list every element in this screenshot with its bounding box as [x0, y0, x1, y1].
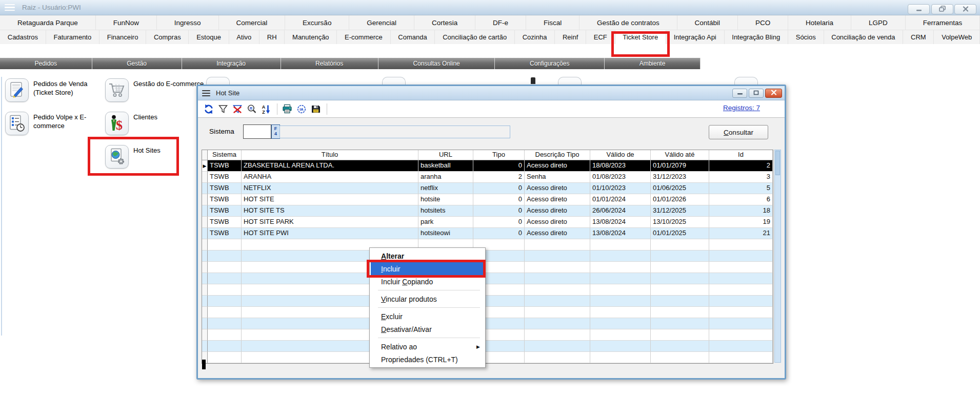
shortcut-clientes[interactable]: $Clientes — [105, 112, 205, 135]
menu-tab-compras[interactable]: Compras — [146, 30, 189, 44]
menu-tab-estoque[interactable]: Estoque — [189, 30, 229, 44]
refresh-icon[interactable] — [202, 102, 215, 115]
sort-az-icon[interactable]: AZ — [259, 102, 272, 115]
consultar-button[interactable]: Consultar — [709, 125, 768, 139]
vertical-scrollbar[interactable] — [774, 150, 781, 363]
column-header-id[interactable]: Id — [709, 150, 773, 160]
cell — [709, 273, 773, 284]
table-row[interactable]: TSWBHOT SITE PARKpark0Acesso direto13/08… — [202, 217, 773, 228]
restore-button[interactable] — [931, 4, 953, 14]
menu-tab-funnow[interactable]: FunNow — [96, 15, 157, 30]
menu-tab-crm[interactable]: CRM — [903, 30, 934, 44]
table-row[interactable]: TSWBNETFLIXnetflix0Acesso direto01/10/20… — [202, 183, 773, 194]
menu-tab-integracao-api[interactable]: Integração Api — [666, 30, 725, 44]
column-header-tipo[interactable]: Tipo — [473, 150, 525, 160]
module-button-gestao[interactable]: Gestão — [92, 58, 182, 69]
filter-icon[interactable] — [216, 102, 229, 115]
menu-tab-faturamento[interactable]: Faturamento — [46, 30, 99, 44]
ia-icon[interactable]: IA — [295, 102, 308, 115]
context-menu-item-incluir[interactable]: Incluir — [371, 262, 484, 275]
menu-tab-financeiro[interactable]: Financeiro — [99, 30, 146, 44]
menu-tab-retaguarda-parque[interactable]: Retaguarda Parque — [0, 15, 96, 30]
table-row[interactable]: TSWBHOT SITEhotsite0Acesso direto01/01/2… — [202, 194, 773, 205]
column-header-valido-ate[interactable]: Válido até — [651, 150, 709, 160]
menu-tab-rh[interactable]: RH — [259, 30, 285, 44]
cell — [525, 318, 590, 329]
module-button-pedidos[interactable]: Pedidos — [0, 58, 92, 69]
scrollbar-thumb[interactable] — [775, 151, 780, 175]
shortcut-pedido-volpe-x-e-commerce[interactable]: Pedido Volpe x E-commerce — [5, 112, 105, 135]
menu-tab-lgpd[interactable]: LGPD — [851, 15, 906, 30]
app-titlebar: Raiz - Usuário:PWI — [0, 0, 980, 15]
column-header-url[interactable]: URL — [418, 150, 473, 160]
menu-tab-e-commerce[interactable]: E-commerce — [337, 30, 390, 44]
window-menu-icon[interactable] — [202, 90, 210, 96]
column-header-titulo[interactable]: Título — [242, 150, 418, 160]
sistema-name-input[interactable] — [279, 126, 510, 138]
menu-tab-integracao-bling[interactable]: Integração Bling — [725, 30, 788, 44]
menu-tab-ecf[interactable]: ECF — [586, 30, 615, 44]
menu-tab-contabil[interactable]: Contábil — [677, 15, 738, 30]
menu-tab-gerencial[interactable]: Gerencial — [349, 15, 414, 30]
column-header-valido-de[interactable]: Válido de — [590, 150, 651, 160]
module-button-relatorios[interactable]: Relatórios — [281, 58, 378, 69]
cell: hotsite — [418, 194, 473, 205]
menu-tab-cozinha[interactable]: Cozinha — [515, 30, 555, 44]
menu-tab-conciliacao-de-cartao[interactable]: Conciliação de cartão — [435, 30, 515, 44]
context-menu-item-incluir-copiando[interactable]: Incluir Copiando — [370, 275, 485, 288]
module-button-integracao[interactable]: Integração — [182, 58, 281, 69]
menu-tab-reinf[interactable]: Reinf — [555, 30, 586, 44]
menu-tab-pco[interactable]: PCO — [738, 15, 788, 30]
window-close-button[interactable] — [765, 89, 782, 98]
minimize-button[interactable] — [908, 4, 930, 14]
menu-tab-volpeweb[interactable]: VolpeWeb — [934, 30, 980, 44]
hamburger-menu-icon[interactable] — [5, 4, 15, 11]
menu-tab-gestao-de-contratos[interactable]: Gestão de contratos — [579, 15, 677, 30]
table-row[interactable]: ▶TSWBZBASKETBALL ARENA LTDA.basketball0A… — [202, 160, 773, 172]
window-maximize-button[interactable] — [749, 89, 764, 98]
close-button[interactable] — [954, 4, 976, 14]
shortcut-hot-sites[interactable]: Hot Sites — [105, 145, 205, 169]
column-header-descricao-tipo[interactable]: Descrição Tipo — [525, 150, 590, 160]
hot-site-titlebar[interactable]: Hot Site — [198, 86, 785, 100]
shortcut-pedidos-de-venda-ticket-store[interactable]: Pedidos de Venda (Ticket Store) — [5, 78, 105, 102]
menu-tab-comercial[interactable]: Comercial — [219, 15, 286, 30]
menu-tab-excursao[interactable]: Excursão — [285, 15, 349, 30]
table-row[interactable]: TSWBHOT SITE PWIhotsiteowi0Acesso direto… — [202, 228, 773, 239]
module-button-ambiente[interactable]: Ambiente — [605, 58, 701, 69]
context-menu-item-alterar[interactable]: Alterar — [370, 249, 485, 262]
menu-tab-socios[interactable]: Sócios — [788, 30, 824, 44]
menu-tab-conciliacao-de-venda[interactable]: Conciliação de venda — [824, 30, 904, 44]
clear-filter-icon[interactable] — [231, 102, 244, 115]
sistema-code-input[interactable] — [243, 124, 271, 139]
menu-tab-hotelaria[interactable]: Hotelaria — [788, 15, 851, 30]
module-button-consultas-online[interactable]: Consultas Online — [378, 58, 495, 69]
menu-tab-manutencao[interactable]: Manutenção — [285, 30, 337, 44]
print-icon[interactable] — [281, 102, 293, 115]
menu-item-label: Propriedades (CTRL+T) — [381, 356, 458, 364]
context-menu-item-relativo-ao[interactable]: Relativo ao▶ — [370, 340, 485, 353]
context-menu-item-excluir[interactable]: Excluir — [370, 310, 485, 323]
shortcut-gestao-do-e-commerce[interactable]: Gestão do E-commerce — [105, 78, 205, 102]
menu-tab-cadastros[interactable]: Cadastros — [0, 30, 46, 44]
menu-tab-ativo[interactable]: Ativo — [229, 30, 259, 44]
menu-tab-fiscal[interactable]: Fiscal — [526, 15, 579, 30]
menu-tab-ferramentas[interactable]: Ferramentas — [906, 15, 980, 30]
zoom-icon[interactable]: n — [245, 102, 258, 115]
f4-lookup-button[interactable]: F 4 — [271, 124, 280, 139]
window-minimize-button[interactable] — [732, 89, 747, 98]
context-menu-item-propriedades-ctrl-t[interactable]: Propriedades (CTRL+T) — [370, 353, 485, 366]
module-button-configuracoes[interactable]: Configurações — [495, 58, 605, 69]
context-menu-item-vincular-produtos[interactable]: Vincular produtos — [370, 292, 485, 305]
menu-tab-comanda[interactable]: Comanda — [391, 30, 435, 44]
table-row[interactable]: TSWBHOT SITE TShotsitets0Acesso direto26… — [202, 205, 773, 217]
menu-tab-cortesia[interactable]: Cortesia — [414, 15, 475, 30]
menu-tab-df-e[interactable]: DF-e — [475, 15, 526, 30]
column-header-sistema[interactable]: Sistema — [208, 150, 242, 160]
table-row[interactable]: TSWBARANHAaranha2Senha01/08/202331/12/20… — [202, 172, 773, 183]
save-icon[interactable] — [309, 102, 322, 115]
context-menu-item-desativar-ativar[interactable]: Desativar/Ativar — [370, 323, 485, 336]
records-count-link[interactable]: Registros: 7 — [723, 104, 760, 112]
menu-tab-ticket-store[interactable]: Ticket Store — [615, 30, 666, 44]
menu-tab-ingresso[interactable]: Ingresso — [157, 15, 219, 30]
